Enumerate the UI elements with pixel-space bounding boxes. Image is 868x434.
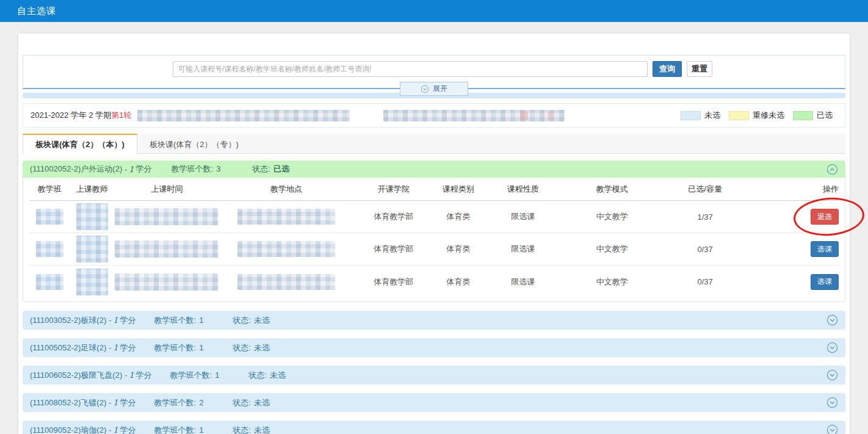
expand-chevron-down-icon[interactable] [826, 424, 838, 434]
cell-capacity: 1/37 [660, 212, 750, 222]
class-table: 教学班 上课教师 上课时间 教学地点 开课学院 课程类别 课程性质 教学模式 已… [23, 178, 845, 302]
legend-unselected-label: 未选 [704, 110, 720, 121]
tab-pe-undergraduate[interactable]: 板块课(体育（2）（本）) [23, 134, 137, 154]
cell-category: 体育类 [434, 211, 483, 222]
expand-chevron-down-icon[interactable] [826, 342, 838, 353]
classes-count: 1 [199, 316, 203, 325]
cell-college: 体育教学部 [353, 244, 434, 255]
classes-count: 3 [216, 164, 220, 173]
query-button[interactable]: 查询 [653, 61, 682, 77]
select-course-button[interactable]: 选课 [811, 274, 839, 290]
censored-class-time [115, 273, 219, 291]
expand-chevron-down-icon[interactable] [826, 397, 838, 408]
cell-category: 体育类 [434, 277, 483, 288]
col-header-mode: 教学模式 [563, 184, 660, 195]
censored-student-info [137, 110, 350, 121]
page-title[interactable]: 自主选课 [17, 5, 56, 17]
expand-chevron-down-icon[interactable] [826, 314, 838, 326]
top-nav-bar: 自主选课 [0, 0, 868, 22]
status-label: 状态: [233, 398, 251, 407]
search-input[interactable] [173, 61, 648, 77]
dash: - [109, 398, 111, 407]
classes-count: 1 [215, 371, 219, 380]
col-header-category: 课程类别 [434, 184, 483, 195]
credit-value: 1 [129, 371, 134, 380]
course-code-name: (111008052-2)飞镖(2) [30, 397, 106, 408]
dash: - [109, 343, 111, 352]
course-header-selected[interactable]: (111002052-2)户外运动(2) -1学分 教学班个数:3 状态:已选 [23, 161, 845, 178]
semester-round: 第1轮 [111, 110, 131, 121]
selected-color-swatch [793, 111, 813, 120]
col-header-nature: 课程性质 [483, 184, 564, 195]
col-header-teacher: 上课教师 [70, 184, 114, 195]
expand-chevron-down-icon[interactable] [826, 369, 838, 381]
credit-unit: 学分 [120, 397, 136, 408]
semester-term: 2021-2022 学年 2 学期 [31, 110, 111, 121]
legend-unselected: 未选 [681, 110, 720, 121]
cell-college: 体育教学部 [353, 211, 434, 222]
cell-college: 体育教学部 [353, 277, 434, 288]
table-header-row: 教学班 上课教师 上课时间 教学地点 开课学院 课程类别 课程性质 教学模式 已… [29, 178, 839, 201]
dash: - [109, 316, 111, 325]
cell-nature: 限选课 [483, 277, 564, 288]
col-header-action: 操作 [750, 184, 839, 195]
censored-teacher-name [76, 269, 108, 295]
status-value: 未选 [254, 425, 270, 434]
drop-course-button[interactable]: 退选 [811, 209, 839, 225]
classes-label: 教学班个数: [154, 398, 197, 407]
status-legend: 未选 重修未选 已选 [681, 110, 833, 121]
collapse-chevron-up-icon[interactable] [826, 164, 838, 175]
course-panel-cricket[interactable]: (111003052-2)板球(2) -1学分 教学班个数:1 状态:未选 [23, 311, 845, 330]
main-panel: 查询 重置 展开 2021-2022 学年 2 学期第1轮 未选 重修未选 [18, 34, 850, 434]
classes-label: 教学班个数: [170, 371, 212, 380]
course-panel-yoga[interactable]: (111009052-2)瑜伽(2) -1学分 教学班个数:1 状态:未选 [23, 421, 845, 434]
search-panel: 查询 重置 展开 [23, 55, 845, 89]
cell-mode: 中文教学 [563, 244, 660, 255]
censored-class-name [36, 209, 63, 225]
status-label: 状态: [252, 164, 270, 173]
status-label: 状态: [233, 425, 251, 434]
expand-toggle[interactable]: 展开 [400, 82, 468, 96]
classes-label: 教学班个数: [154, 425, 197, 434]
course-panel-soccer[interactable]: (111005052-2)足球(2) -1学分 教学班个数:1 状态:未选 [23, 338, 845, 357]
course-category-tabs: 板块课(体育（2）（本）) 板块课(体育（2）（专）) [23, 134, 845, 154]
classes-count: 2 [199, 398, 203, 407]
expand-label: 展开 [433, 84, 447, 94]
col-header-capacity: 已选/容量 [660, 184, 750, 195]
classes-label: 教学班个数: [172, 164, 214, 173]
status-value: 未选 [254, 398, 270, 407]
classes-label: 教学班个数: [154, 316, 197, 325]
table-row: 体育教学部 体育类 限选课 中文教学 0/37 选课 [29, 266, 839, 298]
cell-capacity: 0/37 [660, 245, 750, 254]
cell-mode: 中文教学 [563, 211, 660, 222]
status-value: 已选 [273, 164, 289, 173]
tab-pe-college[interactable]: 板块课(体育（2）（专）) [137, 134, 251, 153]
col-header-time: 上课时间 [114, 184, 219, 195]
course-code-name: (111002052-2)户外运动(2) [30, 164, 122, 175]
dash: - [125, 165, 127, 174]
cell-mode: 中文教学 [563, 277, 660, 288]
course-panel-ultimate-frisbee[interactable]: (111006052-2)极限飞盘(2) -1学分 教学班个数:1 状态:未选 [23, 366, 845, 385]
credit-value: 1 [113, 316, 118, 325]
credit-unit: 学分 [120, 425, 136, 434]
legend-retake: 重修未选 [729, 110, 784, 121]
course-code-name: (111003052-2)板球(2) [30, 315, 106, 326]
course-panel-darts[interactable]: (111008052-2)飞镖(2) -1学分 教学班个数:2 状态:未选 [23, 393, 845, 412]
credit-unit: 学分 [120, 315, 136, 326]
reset-button[interactable]: 重置 [687, 61, 712, 77]
classes-count: 1 [199, 425, 203, 434]
cell-capacity: 0/37 [660, 277, 750, 286]
censored-class-location [237, 241, 335, 257]
status-label: 状态: [248, 371, 267, 380]
course-code-name: (111006052-2)极限飞盘(2) [30, 370, 122, 381]
select-course-button[interactable]: 选课 [811, 241, 839, 257]
table-row: 体育教学部 体育类 限选课 中文教学 1/37 退选 [29, 201, 839, 233]
censored-class-time [115, 208, 219, 225]
chevron-down-circle-icon [421, 85, 429, 93]
unselected-color-swatch [681, 111, 701, 120]
status-label: 状态: [233, 343, 251, 352]
status-value: 未选 [254, 343, 270, 352]
table-row: 体育教学部 体育类 限选课 中文教学 0/37 选课 [29, 233, 839, 266]
censored-student-info [383, 110, 565, 121]
dash: - [109, 425, 111, 434]
